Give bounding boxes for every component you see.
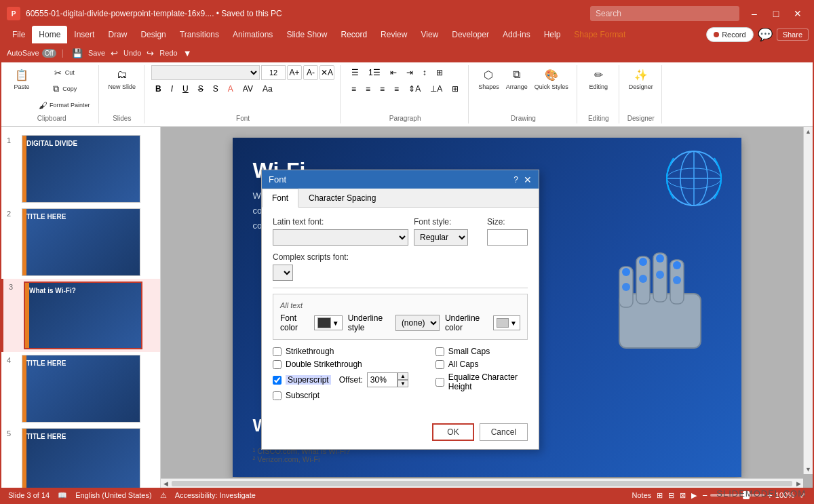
- quick-styles-button[interactable]: 🎨 Quick Styles: [532, 65, 571, 92]
- font-size-input[interactable]: [261, 65, 286, 80]
- tab-draw[interactable]: Draw: [101, 26, 134, 43]
- italic-button[interactable]: I: [167, 81, 177, 96]
- scroll-right-arrow[interactable]: ▶: [794, 479, 803, 488]
- change-case-button[interactable]: Aa: [258, 81, 277, 96]
- horizontal-scrollbar[interactable]: ◀ ▶: [161, 478, 803, 488]
- slide-thumb-5[interactable]: 5 TITLE HERE: [1, 425, 160, 488]
- maximize-button[interactable]: □: [767, 7, 786, 20]
- smartart-button[interactable]: ⊞: [448, 81, 463, 96]
- zoom-out-button[interactable]: −: [702, 490, 708, 501]
- scroll-up-arrow[interactable]: ▲: [804, 127, 813, 136]
- complex-font-select[interactable]: [273, 265, 293, 281]
- dialog-tab-font[interactable]: Font: [262, 189, 298, 208]
- columns-button[interactable]: ⊞: [432, 65, 447, 80]
- new-slide-button[interactable]: 🗂 New Slide: [106, 65, 139, 92]
- vertical-scrollbar[interactable]: ▲ ▼: [803, 127, 813, 474]
- redo-button[interactable]: ↪: [144, 47, 157, 60]
- align-text-button[interactable]: ⊥A: [426, 81, 446, 96]
- editing-button[interactable]: ✏ Editing: [586, 65, 610, 92]
- small-caps-checkbox[interactable]: [435, 347, 444, 356]
- character-spacing-button[interactable]: AV: [239, 81, 257, 96]
- search-input[interactable]: [590, 6, 739, 21]
- offset-increment-button[interactable]: ▲: [398, 372, 408, 380]
- bold-button[interactable]: B: [151, 81, 166, 96]
- ok-button[interactable]: OK: [432, 423, 473, 441]
- slide-show-button[interactable]: ▶: [691, 491, 697, 500]
- dialog-close-button[interactable]: ✕: [524, 175, 532, 185]
- increase-indent-button[interactable]: ⇥: [402, 65, 417, 80]
- line-spacing-button[interactable]: ↕: [419, 65, 431, 80]
- normal-view-button[interactable]: ⊞: [657, 491, 663, 500]
- dialog-tab-character-spacing[interactable]: Character Spacing: [298, 189, 386, 208]
- scroll-left-arrow[interactable]: ◀: [161, 479, 170, 488]
- offset-input[interactable]: [367, 372, 398, 387]
- tab-insert[interactable]: Insert: [67, 26, 101, 43]
- designer-button[interactable]: ✨ Designer: [626, 65, 656, 92]
- tab-help[interactable]: Help: [537, 26, 568, 43]
- text-direction-button[interactable]: ⇕A: [404, 81, 425, 96]
- slide-thumb-4[interactable]: 4 TITLE HERE: [1, 352, 160, 425]
- tab-file[interactable]: File: [5, 26, 32, 43]
- align-center-button[interactable]: ≡: [362, 81, 374, 96]
- all-caps-checkbox[interactable]: [435, 360, 444, 369]
- reading-view-button[interactable]: ⊠: [680, 491, 686, 500]
- cut-button[interactable]: ✂ Cut: [34, 65, 93, 80]
- copy-button[interactable]: ⧉ Copy: [34, 81, 93, 96]
- notes-button[interactable]: Notes: [632, 491, 652, 499]
- underline-button[interactable]: U: [178, 81, 193, 96]
- latin-font-select[interactable]: [273, 229, 408, 246]
- share-button[interactable]: Share: [777, 28, 809, 41]
- tab-review[interactable]: Review: [374, 26, 414, 43]
- tab-record[interactable]: Record: [334, 26, 374, 43]
- clear-formatting-button[interactable]: ✕A: [319, 65, 334, 80]
- align-left-button[interactable]: ≡: [347, 81, 360, 96]
- underline-color-button[interactable]: ▼: [493, 315, 520, 330]
- strikethrough-checkbox[interactable]: [273, 347, 282, 356]
- offset-decrement-button[interactable]: ▼: [398, 380, 408, 387]
- save-button[interactable]: 💾: [69, 47, 85, 60]
- tab-shape-format[interactable]: Shape Format: [567, 26, 632, 43]
- font-name-select[interactable]: [151, 65, 260, 80]
- scroll-down-arrow[interactable]: ▼: [804, 465, 813, 474]
- tab-home[interactable]: Home: [32, 26, 67, 43]
- numbering-button[interactable]: 1☰: [364, 65, 385, 80]
- undo-button[interactable]: ↩: [108, 47, 121, 60]
- customize-qa-button[interactable]: ▼: [180, 47, 195, 60]
- font-style-select[interactable]: Regular: [414, 229, 468, 246]
- align-right-button[interactable]: ≡: [376, 81, 389, 96]
- tab-view[interactable]: View: [414, 26, 445, 43]
- decrease-indent-button[interactable]: ⇤: [386, 65, 401, 80]
- autosave-toggle[interactable]: Off: [42, 49, 56, 58]
- tab-design[interactable]: Design: [134, 26, 172, 43]
- format-painter-button[interactable]: 🖌 Format Painter: [34, 98, 93, 113]
- tab-developer[interactable]: Developer: [445, 26, 496, 43]
- tab-animations[interactable]: Animations: [226, 26, 279, 43]
- dialog-help-button[interactable]: ?: [513, 175, 518, 185]
- shapes-button[interactable]: ⬡ Shapes: [476, 65, 502, 92]
- size-input[interactable]: [487, 229, 528, 246]
- close-button[interactable]: ✕: [788, 7, 807, 20]
- slide-sorter-button[interactable]: ⊟: [668, 491, 674, 500]
- slide-thumb-1[interactable]: 1 DIGITAL DIVIDE: [1, 132, 160, 206]
- tab-addins[interactable]: Add-ins: [496, 26, 537, 43]
- underline-style-select[interactable]: (none): [395, 315, 440, 331]
- font-color-button[interactable]: ▼: [314, 315, 343, 330]
- superscript-checkbox[interactable]: [273, 376, 282, 385]
- cancel-button[interactable]: Cancel: [480, 423, 528, 441]
- slide-thumb-3[interactable]: 3 What is Wi-Fi?: [1, 279, 160, 352]
- scroll-thumb-h[interactable]: [172, 481, 792, 486]
- strikethrough-button[interactable]: S: [194, 81, 208, 96]
- paste-button[interactable]: 📋 Paste: [11, 65, 33, 92]
- arrange-button[interactable]: ⧉ Arrange: [503, 65, 530, 92]
- font-color-button[interactable]: A: [224, 81, 237, 96]
- bullets-button[interactable]: ☰: [347, 65, 363, 80]
- minimize-button[interactable]: –: [745, 7, 764, 20]
- tab-slideshow[interactable]: Slide Show: [279, 26, 334, 43]
- justify-button[interactable]: ≡: [390, 81, 403, 96]
- font-size-increase-button[interactable]: A+: [287, 65, 302, 80]
- slide-thumb-2[interactable]: 2 TITLE HERE: [1, 206, 160, 279]
- shadow-button[interactable]: S: [209, 81, 222, 96]
- record-button[interactable]: Record: [706, 27, 753, 42]
- double-strikethrough-checkbox[interactable]: [273, 360, 282, 369]
- font-size-decrease-button[interactable]: A-: [303, 65, 318, 80]
